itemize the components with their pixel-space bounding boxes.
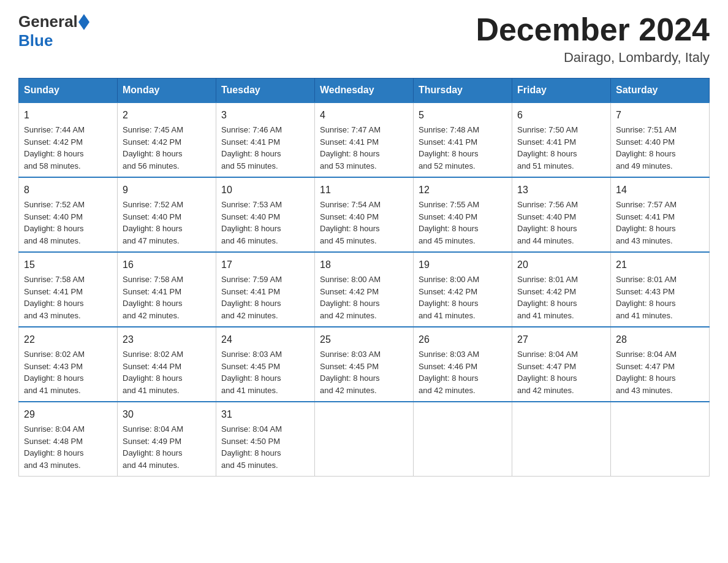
day-info: Sunrise: 7:57 AMSunset: 4:41 PMDaylight:…: [616, 199, 704, 247]
day-number: 1: [24, 108, 112, 123]
calendar-cell: 26Sunrise: 8:03 AMSunset: 4:46 PMDayligh…: [414, 327, 512, 402]
day-number: 16: [123, 258, 211, 272]
calendar-cell: 14Sunrise: 7:57 AMSunset: 4:41 PMDayligh…: [611, 177, 710, 252]
day-number: 14: [616, 183, 704, 197]
day-number: 11: [320, 183, 408, 197]
day-info: Sunrise: 8:04 AMSunset: 4:47 PMDaylight:…: [616, 348, 704, 396]
calendar-cell: 5Sunrise: 7:48 AMSunset: 4:41 PMDaylight…: [414, 102, 512, 177]
calendar-cell: [512, 402, 611, 477]
calendar-cell: [414, 402, 512, 477]
day-info: Sunrise: 7:44 AMSunset: 4:42 PMDaylight:…: [24, 124, 112, 172]
day-number: 3: [221, 108, 309, 123]
day-info: Sunrise: 8:02 AMSunset: 4:43 PMDaylight:…: [24, 348, 112, 396]
day-info: Sunrise: 7:50 AMSunset: 4:41 PMDaylight:…: [517, 124, 605, 172]
day-number: 13: [517, 183, 605, 197]
calendar-cell: 25Sunrise: 8:03 AMSunset: 4:45 PMDayligh…: [315, 327, 414, 402]
calendar-cell: 1Sunrise: 7:44 AMSunset: 4:42 PMDaylight…: [19, 102, 118, 177]
col-header-sunday: Sunday: [19, 79, 118, 103]
calendar-cell: 17Sunrise: 7:59 AMSunset: 4:41 PMDayligh…: [216, 252, 315, 327]
calendar-cell: 4Sunrise: 7:47 AMSunset: 4:41 PMDaylight…: [315, 102, 414, 177]
day-number: 18: [320, 258, 408, 272]
day-info: Sunrise: 7:48 AMSunset: 4:41 PMDaylight:…: [419, 124, 507, 172]
day-number: 22: [24, 332, 112, 347]
day-number: 28: [616, 332, 704, 347]
day-number: 26: [419, 332, 507, 347]
day-number: 31: [221, 407, 309, 422]
calendar-cell: 18Sunrise: 8:00 AMSunset: 4:42 PMDayligh…: [315, 252, 414, 327]
week-row-4: 22Sunrise: 8:02 AMSunset: 4:43 PMDayligh…: [19, 327, 710, 402]
day-number: 10: [221, 183, 309, 197]
day-info: Sunrise: 8:04 AMSunset: 4:48 PMDaylight:…: [24, 423, 112, 471]
calendar-cell: 23Sunrise: 8:02 AMSunset: 4:44 PMDayligh…: [118, 327, 216, 402]
col-header-saturday: Saturday: [611, 79, 710, 103]
week-row-2: 8Sunrise: 7:52 AMSunset: 4:40 PMDaylight…: [19, 177, 710, 252]
day-number: 27: [517, 332, 605, 347]
day-info: Sunrise: 7:59 AMSunset: 4:41 PMDaylight:…: [221, 274, 309, 321]
calendar-cell: 9Sunrise: 7:52 AMSunset: 4:40 PMDaylight…: [118, 177, 216, 252]
calendar-cell: 19Sunrise: 8:00 AMSunset: 4:42 PMDayligh…: [414, 252, 512, 327]
day-number: 4: [320, 108, 408, 123]
calendar-cell: 24Sunrise: 8:03 AMSunset: 4:45 PMDayligh…: [216, 327, 315, 402]
calendar-cell: 15Sunrise: 7:58 AMSunset: 4:41 PMDayligh…: [19, 252, 118, 327]
calendar-cell: 20Sunrise: 8:01 AMSunset: 4:42 PMDayligh…: [512, 252, 611, 327]
day-info: Sunrise: 8:00 AMSunset: 4:42 PMDaylight:…: [419, 274, 507, 321]
day-info: Sunrise: 7:53 AMSunset: 4:40 PMDaylight:…: [221, 199, 309, 247]
day-info: Sunrise: 8:04 AMSunset: 4:49 PMDaylight:…: [123, 423, 211, 471]
day-number: 6: [517, 108, 605, 123]
day-info: Sunrise: 8:02 AMSunset: 4:44 PMDaylight:…: [123, 348, 211, 396]
day-number: 17: [221, 258, 309, 272]
calendar-cell: 31Sunrise: 8:04 AMSunset: 4:50 PMDayligh…: [216, 402, 315, 477]
day-info: Sunrise: 8:03 AMSunset: 4:45 PMDaylight:…: [320, 348, 408, 396]
day-number: 30: [123, 407, 211, 422]
month-title: December 2024: [476, 12, 710, 47]
calendar-cell: 27Sunrise: 8:04 AMSunset: 4:47 PMDayligh…: [512, 327, 611, 402]
calendar-cell: [611, 402, 710, 477]
logo: General Blue: [18, 12, 90, 50]
logo-blue-text: Blue: [18, 31, 53, 50]
title-area: December 2024 Dairago, Lombardy, Italy: [476, 12, 710, 66]
calendar-cell: 29Sunrise: 8:04 AMSunset: 4:48 PMDayligh…: [19, 402, 118, 477]
week-row-1: 1Sunrise: 7:44 AMSunset: 4:42 PMDaylight…: [19, 102, 710, 177]
calendar-cell: 22Sunrise: 8:02 AMSunset: 4:43 PMDayligh…: [19, 327, 118, 402]
day-info: Sunrise: 7:54 AMSunset: 4:40 PMDaylight:…: [320, 199, 408, 247]
day-number: 5: [419, 108, 507, 123]
day-info: Sunrise: 7:51 AMSunset: 4:40 PMDaylight:…: [616, 124, 704, 172]
day-number: 2: [123, 108, 211, 123]
calendar-cell: 3Sunrise: 7:46 AMSunset: 4:41 PMDaylight…: [216, 102, 315, 177]
day-info: Sunrise: 7:56 AMSunset: 4:40 PMDaylight:…: [517, 199, 605, 247]
day-number: 24: [221, 332, 309, 347]
day-info: Sunrise: 8:04 AMSunset: 4:50 PMDaylight:…: [221, 423, 309, 471]
day-number: 7: [616, 108, 704, 123]
day-info: Sunrise: 8:03 AMSunset: 4:46 PMDaylight:…: [419, 348, 507, 396]
col-header-friday: Friday: [512, 79, 611, 103]
col-header-monday: Monday: [118, 79, 216, 103]
calendar-cell: 12Sunrise: 7:55 AMSunset: 4:40 PMDayligh…: [414, 177, 512, 252]
day-info: Sunrise: 8:01 AMSunset: 4:42 PMDaylight:…: [517, 274, 605, 321]
day-info: Sunrise: 8:04 AMSunset: 4:47 PMDaylight:…: [517, 348, 605, 396]
day-info: Sunrise: 7:52 AMSunset: 4:40 PMDaylight:…: [24, 199, 112, 247]
page-header: General Blue December 2024 Dairago, Lomb…: [18, 12, 710, 66]
day-info: Sunrise: 7:58 AMSunset: 4:41 PMDaylight:…: [24, 274, 112, 321]
day-number: 19: [419, 258, 507, 272]
day-number: 20: [517, 258, 605, 272]
day-info: Sunrise: 7:46 AMSunset: 4:41 PMDaylight:…: [221, 124, 309, 172]
calendar-cell: 10Sunrise: 7:53 AMSunset: 4:40 PMDayligh…: [216, 177, 315, 252]
day-info: Sunrise: 7:58 AMSunset: 4:41 PMDaylight:…: [123, 274, 211, 321]
day-info: Sunrise: 8:00 AMSunset: 4:42 PMDaylight:…: [320, 274, 408, 321]
calendar-cell: [315, 402, 414, 477]
logo-flag-icon: [78, 14, 89, 30]
col-header-wednesday: Wednesday: [315, 79, 414, 103]
calendar-cell: 8Sunrise: 7:52 AMSunset: 4:40 PMDaylight…: [19, 177, 118, 252]
col-header-thursday: Thursday: [414, 79, 512, 103]
day-number: 29: [24, 407, 112, 422]
calendar-cell: 2Sunrise: 7:45 AMSunset: 4:42 PMDaylight…: [118, 102, 216, 177]
day-info: Sunrise: 7:45 AMSunset: 4:42 PMDaylight:…: [123, 124, 211, 172]
calendar-cell: 21Sunrise: 8:01 AMSunset: 4:43 PMDayligh…: [611, 252, 710, 327]
calendar-cell: 13Sunrise: 7:56 AMSunset: 4:40 PMDayligh…: [512, 177, 611, 252]
day-number: 23: [123, 332, 211, 347]
calendar-cell: 6Sunrise: 7:50 AMSunset: 4:41 PMDaylight…: [512, 102, 611, 177]
calendar-table: SundayMondayTuesdayWednesdayThursdayFrid…: [18, 78, 710, 477]
col-header-tuesday: Tuesday: [216, 79, 315, 103]
day-info: Sunrise: 7:47 AMSunset: 4:41 PMDaylight:…: [320, 124, 408, 172]
calendar-cell: 7Sunrise: 7:51 AMSunset: 4:40 PMDaylight…: [611, 102, 710, 177]
